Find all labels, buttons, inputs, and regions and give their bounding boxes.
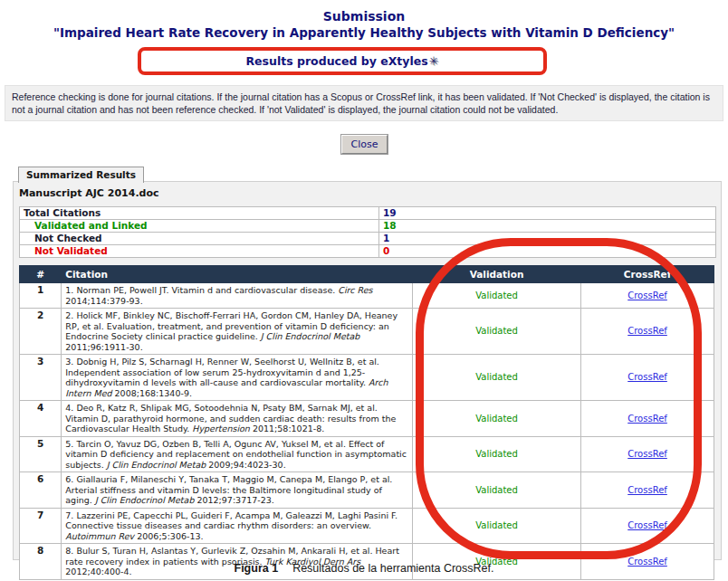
figure-caption: Figura 1Resultados de la herramienta Cro… xyxy=(0,562,728,575)
summary-label: Not Validated xyxy=(20,245,379,258)
summary-row: Total Citations19 xyxy=(20,207,716,220)
reference-checking-info: Reference checking is done for journal c… xyxy=(5,85,723,121)
crossref-link[interactable]: CrossRef xyxy=(627,414,667,424)
citation-text: 6. Giallauria F, Milaneschi Y, Tanaka T,… xyxy=(62,472,413,509)
citation-text: 7. Lazzerini PE, Capecchi PL, Guideri F,… xyxy=(62,508,413,544)
citation-row: 11. Norman PE, Powell JT. Vitamin d and … xyxy=(20,283,714,309)
citation-number: 3 xyxy=(20,355,62,401)
validation-status: Validated xyxy=(412,283,580,309)
summary-row: Validated and Linked18 xyxy=(20,220,716,233)
validation-status: Validated xyxy=(412,436,580,472)
extyles-banner-text: Results produced by eXtyles xyxy=(245,54,427,68)
citation-number: 5 xyxy=(20,436,62,472)
citation-number: 1 xyxy=(20,283,62,309)
summary-label: Not Checked xyxy=(20,233,379,245)
crossref-link[interactable]: CrossRef xyxy=(627,485,667,495)
crossref-cell: CrossRef xyxy=(581,355,714,401)
summary-label: Validated and Linked xyxy=(20,220,379,233)
crossref-cell: CrossRef xyxy=(581,309,714,355)
column-header-validation: Validation xyxy=(412,266,580,283)
journal-name: J Clin Endocrinol Metab xyxy=(107,460,206,470)
manuscript-filename: Manuscript AJC 2014.doc xyxy=(14,182,721,199)
citation-text: 2. Holick MF, Binkley NC, Bischoff-Ferra… xyxy=(62,309,413,355)
validation-status: Validated xyxy=(412,309,580,355)
crossref-link[interactable]: CrossRef xyxy=(627,326,667,336)
citation-row: 77. Lazzerini PE, Capecchi PL, Guideri F… xyxy=(20,508,714,544)
journal-name: J Clin Endocrinol Metab xyxy=(95,495,195,505)
citation-text: 1. Norman PE, Powell JT. Vitamin d and c… xyxy=(62,283,413,309)
crossref-link[interactable]: CrossRef xyxy=(627,372,667,382)
close-button[interactable]: Close xyxy=(341,135,388,154)
journal-name: Autoimmun Rev xyxy=(65,531,134,541)
validation-status: Validated xyxy=(412,401,580,437)
validation-status: Validated xyxy=(412,355,580,401)
journal-name: J Clin Endocrinol Metab xyxy=(261,331,360,341)
submission-title: Submission xyxy=(0,8,728,24)
crossref-cell: CrossRef xyxy=(581,472,714,509)
column-header-number: # xyxy=(20,266,62,283)
citation-row: 55. Tarcin O, Yavuz DG, Ozben B, Telli A… xyxy=(20,436,714,472)
summary-value: 19 xyxy=(379,207,716,220)
validation-status: Validated xyxy=(412,508,580,544)
extyles-banner-highlight: Results produced by eXtyles✳ xyxy=(138,47,547,75)
citation-number: 6 xyxy=(20,472,62,509)
summary-value: 0 xyxy=(379,245,716,258)
crossref-link[interactable]: CrossRef xyxy=(627,290,667,300)
crossref-link[interactable]: CrossRef xyxy=(627,520,667,530)
column-header-citation: Citation xyxy=(62,266,413,283)
citation-text: 3. Dobnig H, Pilz S, Scharnagl H, Renner… xyxy=(62,355,413,401)
citation-number: 2 xyxy=(20,309,62,355)
crossref-cell: CrossRef xyxy=(581,401,714,437)
summary-table: Total Citations19Validated and Linked18N… xyxy=(19,206,716,258)
manuscript-title: "Impaired Heart Rate Recovery in Apparen… xyxy=(0,24,728,41)
citation-text: 5. Tarcin O, Yavuz DG, Ozben B, Telli A,… xyxy=(62,436,413,472)
summary-row: Not Validated0 xyxy=(20,245,716,258)
citation-row: 33. Dobnig H, Pilz S, Scharnagl H, Renne… xyxy=(20,355,714,401)
page-header: Submission "Impaired Heart Rate Recovery… xyxy=(0,8,728,41)
column-header-crossref: CrossRef xyxy=(581,266,714,283)
summary-row: Not Checked1 xyxy=(20,233,716,245)
figure-caption-text: Resultados de la herramienta CrossRef. xyxy=(292,562,493,575)
journal-name: Circ Res xyxy=(338,285,372,295)
crossref-cell: CrossRef xyxy=(581,436,714,472)
summary-value: 18 xyxy=(379,220,716,233)
citation-text: 4. Deo R, Katz R, Shlipak MG, Sotoodehni… xyxy=(62,401,413,437)
extyles-logo-icon: ✳ xyxy=(429,54,439,68)
summary-value: 1 xyxy=(379,233,716,245)
figure-caption-label: Figura 1 xyxy=(235,562,279,575)
citation-row: 44. Deo R, Katz R, Shlipak MG, Sotoodehn… xyxy=(20,401,714,437)
crossref-cell: CrossRef xyxy=(581,508,714,544)
citation-row: 66. Giallauria F, Milaneschi Y, Tanaka T… xyxy=(20,472,714,509)
citations-table: # Citation Validation CrossRef 11. Norma… xyxy=(19,265,714,580)
journal-name: Hypertension xyxy=(192,424,250,433)
results-panel: Manuscript AJC 2014.doc Total Citations1… xyxy=(13,181,722,560)
citation-row: 22. Holick MF, Binkley NC, Bischoff-Ferr… xyxy=(20,309,714,355)
citations-header-row: # Citation Validation CrossRef xyxy=(20,266,714,283)
citation-number: 4 xyxy=(20,401,62,437)
citation-number: 7 xyxy=(20,508,62,544)
tab-summarized-results[interactable]: Summarized Results xyxy=(18,167,144,183)
crossref-cell: CrossRef xyxy=(581,283,714,309)
validation-status: Validated xyxy=(412,472,580,509)
crossref-link[interactable]: CrossRef xyxy=(627,449,667,459)
summary-label: Total Citations xyxy=(20,207,379,220)
